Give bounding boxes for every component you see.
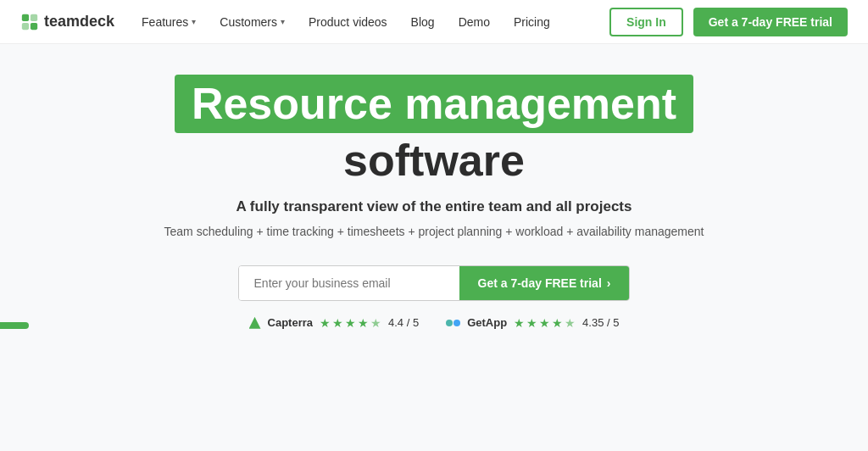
capterra-icon	[249, 317, 261, 329]
star-2: ★	[526, 316, 537, 330]
hero-highlight-box: Resource management	[175, 75, 693, 133]
trial-hero-button[interactable]: Get a 7-day FREE trial ›	[459, 266, 630, 300]
nav-actions: Sign In Get a 7-day FREE trial	[609, 8, 848, 36]
nav-customers[interactable]: Customers ▾	[220, 15, 285, 29]
getapp-stars: ★ ★ ★ ★ ★	[514, 316, 576, 330]
nav-pricing[interactable]: Pricing	[514, 15, 550, 29]
logo[interactable]: teamdeck	[20, 13, 114, 31]
email-form: Get a 7-day FREE trial ›	[238, 265, 631, 301]
nav-demo[interactable]: Demo	[459, 15, 490, 29]
svg-rect-3	[31, 22, 37, 29]
logo-icon	[20, 13, 39, 31]
navbar: teamdeck Features ▾ Customers ▾ Product …	[0, 0, 868, 44]
star-2: ★	[332, 316, 343, 330]
capterra-score: 4.4 / 5	[388, 316, 419, 329]
star-4: ★	[552, 316, 563, 330]
ratings-row: Capterra ★ ★ ★ ★ ★ 4.4 / 5 GetApp ★ ★ ★ …	[249, 316, 620, 330]
svg-rect-0	[22, 14, 29, 20]
hero-section: Resource management software A fully tra…	[0, 44, 868, 330]
email-input[interactable]	[239, 266, 459, 300]
nav-blog[interactable]: Blog	[411, 15, 435, 29]
capterra-rating: Capterra ★ ★ ★ ★ ★ 4.4 / 5	[249, 316, 420, 330]
capterra-stars: ★ ★ ★ ★ ★	[320, 316, 381, 330]
arrow-icon: ›	[607, 276, 611, 290]
nav-features[interactable]: Features ▾	[142, 15, 196, 29]
star-3: ★	[345, 316, 356, 330]
hero-description: Team scheduling + time tracking + timesh…	[164, 222, 704, 241]
chevron-down-icon: ▾	[281, 17, 285, 26]
star-half: ★	[370, 316, 381, 330]
getapp-score: 4.35 / 5	[582, 316, 619, 329]
star-half: ★	[565, 316, 576, 330]
signin-button[interactable]: Sign In	[609, 8, 683, 36]
nav-links: Features ▾ Customers ▾ Product videos Bl…	[142, 15, 582, 29]
getapp-circle-teal	[446, 320, 453, 326]
hero-highlight-text: Resource management	[192, 79, 676, 128]
hero-tagline: A fully transparent view of the entire t…	[236, 198, 632, 215]
left-accent-bar	[0, 322, 29, 329]
hero-headline: Resource management software	[175, 75, 693, 185]
trial-nav-button[interactable]: Get a 7-day FREE trial	[693, 8, 848, 36]
star-3: ★	[539, 316, 550, 330]
getapp-icon	[446, 320, 460, 326]
nav-product-videos[interactable]: Product videos	[309, 15, 387, 29]
getapp-circle-blue	[453, 320, 460, 326]
svg-rect-1	[31, 14, 37, 20]
star-1: ★	[320, 316, 331, 330]
logo-text: teamdeck	[44, 13, 114, 31]
chevron-down-icon: ▾	[192, 17, 196, 26]
getapp-rating: GetApp ★ ★ ★ ★ ★ 4.35 / 5	[446, 316, 619, 330]
hero-subheadline: software	[343, 136, 525, 185]
getapp-brand: GetApp	[467, 316, 507, 329]
star-4: ★	[358, 316, 369, 330]
star-1: ★	[514, 316, 525, 330]
svg-rect-2	[22, 22, 29, 29]
capterra-brand: Capterra	[268, 316, 313, 329]
